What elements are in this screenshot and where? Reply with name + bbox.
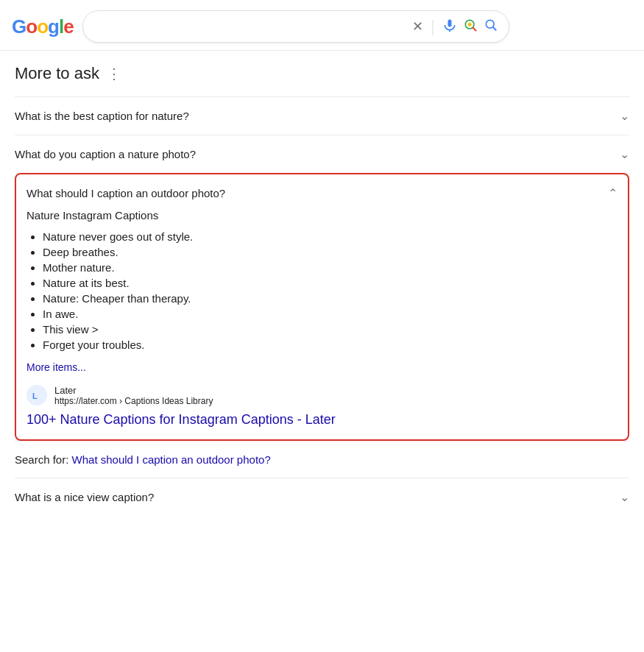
list-item: Forget your troubles. xyxy=(43,337,618,352)
faq-question-2: What do you caption a nature photo? xyxy=(15,148,196,160)
faq-expanded-card: What should I caption an outdoor photo? … xyxy=(15,173,629,441)
list-item: Deep breathes. xyxy=(43,244,618,260)
svg-text:L: L xyxy=(32,391,38,400)
source-block: L Later https://later.com › Captions Ide… xyxy=(26,385,618,406)
divider: | xyxy=(431,17,435,36)
chevron-down-icon-2: ⌄ xyxy=(620,147,629,161)
faq-expanded-content: Nature Instagram Captions Nature never g… xyxy=(16,209,628,439)
source-name: Later xyxy=(54,385,213,396)
source-url: https://later.com › Captions Ideas Libra… xyxy=(54,396,213,406)
source-favicon: L xyxy=(26,385,47,405)
chevron-down-icon-1: ⌄ xyxy=(620,109,629,123)
clear-icon[interactable]: ✕ xyxy=(412,18,423,35)
more-items-link[interactable]: More items... xyxy=(26,361,618,373)
chevron-down-icon-bottom: ⌄ xyxy=(620,490,629,504)
chevron-up-icon: ⌃ xyxy=(608,186,618,200)
list-item: Nature: Cheaper than therapy. xyxy=(43,291,618,306)
main-content: More to ask ⋮ What is the best caption f… xyxy=(0,51,644,531)
section-title-row: More to ask ⋮ xyxy=(15,64,629,83)
svg-point-1 xyxy=(467,22,471,26)
list-item: Mother nature. xyxy=(43,260,618,275)
source-info: Later https://later.com › Captions Ideas… xyxy=(54,385,213,406)
mic-icon[interactable] xyxy=(442,18,457,36)
search-submit-icon[interactable] xyxy=(484,18,498,36)
faq-item-2[interactable]: What do you caption a nature photo? ⌄ xyxy=(15,135,629,173)
bottom-faq-item[interactable]: What is a nice view caption? ⌄ xyxy=(15,478,629,516)
faq-question-1: What is the best caption for nature? xyxy=(15,110,189,122)
search-bar[interactable]: nature instagram captions ✕ | xyxy=(82,10,509,43)
list-item: Nature never goes out of style. xyxy=(43,229,618,244)
list-item: This view > xyxy=(43,322,618,337)
lens-icon[interactable] xyxy=(463,18,478,36)
search-input[interactable]: nature instagram captions xyxy=(93,20,406,33)
source-link-title[interactable]: 100+ Nature Captions for Instagram Capti… xyxy=(26,412,618,428)
faq-expanded-question: What should I caption an outdoor photo? xyxy=(26,187,225,199)
list-item: Nature at its best. xyxy=(43,275,618,291)
three-dots-menu[interactable]: ⋮ xyxy=(107,65,121,82)
faq-item-1[interactable]: What is the best caption for nature? ⌄ xyxy=(15,96,629,135)
faq-subtitle: Nature Instagram Captions xyxy=(26,209,618,222)
header: Google nature instagram captions ✕ | xyxy=(0,0,644,51)
google-logo: Google xyxy=(12,15,74,38)
section-title: More to ask xyxy=(15,64,99,83)
search-for-link[interactable]: What should I caption an outdoor photo? xyxy=(72,453,271,466)
bottom-faq-question: What is a nice view caption? xyxy=(15,491,154,503)
faq-expanded-header[interactable]: What should I caption an outdoor photo? … xyxy=(16,174,628,209)
search-for-prefix: Search for: xyxy=(15,453,68,466)
search-for-row: Search for: What should I caption an out… xyxy=(15,441,629,478)
faq-list: Nature never goes out of style. Deep bre… xyxy=(26,229,618,352)
list-item: In awe. xyxy=(43,306,618,322)
